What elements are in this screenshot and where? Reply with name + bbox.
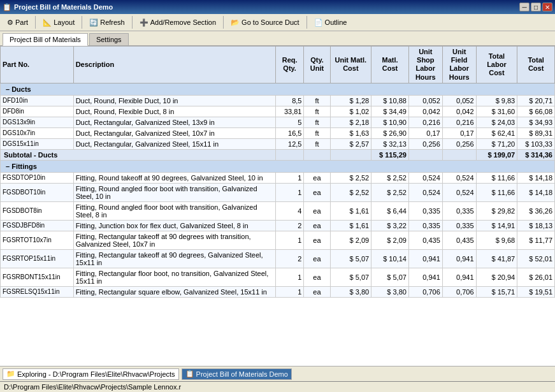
- tabs-bar: Project Bill of Materials Settings: [0, 31, 555, 46]
- path-bar: D:\Program Files\Elite\Rhvacw\Projects\S…: [0, 381, 555, 392]
- part-button[interactable]: ⚙ Part: [3, 17, 32, 29]
- cell-unit: ft: [304, 95, 330, 106]
- section-header-label: – Fittings: [1, 160, 555, 172]
- col-total-labor-cost: Total Labor Cost: [476, 47, 517, 83]
- cell-unit-field: 0,706: [442, 286, 476, 297]
- cell-req-qty: 1: [275, 268, 304, 286]
- layout-button[interactable]: 📐 Layout: [38, 17, 79, 29]
- cell-unit-matl-cost: $ 2,52: [330, 172, 371, 183]
- cell-matl-cost: $ 10,88: [371, 95, 409, 106]
- table-row: FGSDBOT10in Fitting, Round angled floor …: [1, 183, 555, 201]
- subtotal-matl-cost: $ 115,29: [371, 149, 409, 160]
- cell-unit-matl-cost: $ 2,18: [330, 117, 371, 127]
- cell-part-no: DFD8in: [1, 106, 74, 117]
- cell-req-qty: 2: [275, 220, 304, 231]
- cell-total-cost: $ 26,01: [517, 268, 555, 286]
- cell-total-cost: $ 66,08: [517, 106, 555, 117]
- minimize-btn[interactable]: ─: [519, 3, 530, 11]
- table-row: FGSDJBFD8in Fitting, Junction box for fl…: [1, 220, 555, 231]
- cell-req-qty: 4: [275, 201, 304, 220]
- cell-req-qty: 1: [275, 231, 304, 249]
- cell-part-no: DGS13x9in: [1, 117, 74, 127]
- cell-unit-matl-cost: $ 1,63: [330, 127, 371, 138]
- cell-description: Fitting, Rectangular takeoff at 90 degre…: [73, 231, 275, 249]
- cell-unit: ea: [304, 220, 330, 231]
- col-qty-unit: Qty. Unit: [304, 47, 330, 83]
- cell-unit-shop: 0,335: [408, 220, 442, 231]
- cell-part-no: FGSDBOT8in: [1, 201, 74, 220]
- cell-part-no: DGS10x7in: [1, 127, 74, 138]
- toolbar-separator-4: [223, 16, 224, 29]
- cell-part-no: FGSRBONT15x11in: [1, 268, 74, 286]
- table-row: FGSDTOP10in Fitting, Round takeoff at 90…: [1, 172, 555, 183]
- layout-icon: 📐: [43, 18, 52, 27]
- explorer-status: 📁 Exploring - D:\Program Files\Elite\Rhv…: [3, 368, 179, 380]
- cell-unit-shop: 0,17: [408, 127, 442, 138]
- cell-req-qty: 33,81: [275, 106, 304, 117]
- cell-total-cost: $ 52,01: [517, 249, 555, 268]
- section-header-label: – Ducts: [1, 83, 555, 95]
- cell-unit-field: 0,941: [442, 268, 476, 286]
- close-btn[interactable]: ✕: [542, 3, 552, 11]
- title-bar: 📋 Project Bill of Materials Demo ─ □ ✕: [0, 0, 555, 14]
- cell-req-qty: 1: [275, 172, 304, 183]
- cell-total-cost: $ 34,93: [517, 117, 555, 127]
- cell-unit-matl-cost: $ 3,80: [330, 286, 371, 297]
- cell-part-no: FGSDTOP10in: [1, 172, 74, 183]
- cell-description: Fitting, Rectangular square elbow, Galva…: [73, 286, 275, 297]
- cell-matl-cost: $ 10,14: [371, 249, 409, 268]
- cell-unit-shop: 0,256: [408, 138, 442, 149]
- cell-unit: ft: [304, 138, 330, 149]
- subtotal-row: Subtotal - Ducts $ 115,29 $ 199,07 $ 314…: [1, 149, 555, 160]
- table-row: DGS13x9in Duct, Rectangular, Galvanized …: [1, 117, 555, 127]
- cell-unit-field: 0,435: [442, 231, 476, 249]
- cell-description: Fitting, Rectangular takeoff at 90 degre…: [73, 249, 275, 268]
- cell-matl-cost: $ 2,52: [371, 172, 409, 183]
- table-row: FGSDBOT8in Fitting, Round angled floor b…: [1, 201, 555, 220]
- cell-matl-cost: $ 10,90: [371, 117, 409, 127]
- cell-description: Duct, Round, Flexible Duct, 8 in: [73, 106, 275, 117]
- explorer-icon: 📁: [6, 370, 15, 378]
- subtotal-label: Subtotal - Ducts: [1, 149, 276, 160]
- cell-description: Duct, Round, Flexible Duct, 10 in: [73, 95, 275, 106]
- cell-total-cost: $ 18,13: [517, 220, 555, 231]
- cell-part-no: FGSRTOT10x7in: [1, 231, 74, 249]
- cell-unit-field: 0,17: [442, 127, 476, 138]
- section-header-row: – Fittings: [1, 160, 555, 172]
- cell-unit-shop: 0,706: [408, 286, 442, 297]
- cell-matl-cost: $ 2,52: [371, 183, 409, 201]
- maximize-btn[interactable]: □: [531, 3, 541, 11]
- cell-total-cost: $ 14,18: [517, 183, 555, 201]
- cell-unit-field: 0,524: [442, 183, 476, 201]
- cell-unit-field: 0,216: [442, 117, 476, 127]
- cell-total-labor: $ 29,82: [476, 201, 517, 220]
- cell-unit: ea: [304, 183, 330, 201]
- window-controls: ─ □ ✕: [519, 3, 552, 11]
- table-wrapper[interactable]: Part No. Description Req. Qty. Qty. Unit…: [0, 46, 555, 366]
- cell-unit-shop: 0,335: [408, 201, 442, 220]
- outline-button[interactable]: 📄 Outline: [310, 17, 352, 29]
- cell-unit: ft: [304, 106, 330, 117]
- cell-unit-shop: 0,524: [408, 172, 442, 183]
- main-content: Part No. Description Req. Qty. Qty. Unit…: [0, 46, 555, 366]
- col-req-qty: Req. Qty.: [275, 47, 304, 83]
- cell-description: Duct, Rectangular, Galvanized Steel, 13x…: [73, 117, 275, 127]
- active-tab-status[interactable]: 📋 Project Bill of Materials Demo: [182, 368, 292, 380]
- cell-description: Fitting, Round angled floor boot with tr…: [73, 183, 275, 201]
- add-remove-button[interactable]: ➕ Add/Remove Section: [135, 17, 220, 29]
- cell-unit: ea: [304, 249, 330, 268]
- cell-unit-field: 0,524: [442, 172, 476, 183]
- goto-source-button[interactable]: 📂 Go to Source Duct: [226, 17, 304, 29]
- refresh-button[interactable]: 🔄 Refresh: [85, 17, 129, 29]
- tab-settings[interactable]: Settings: [89, 33, 129, 45]
- table-row: FGSRTOT10x7in Fitting, Rectangular takeo…: [1, 231, 555, 249]
- cell-unit-shop: 0,052: [408, 95, 442, 106]
- goto-source-icon: 📂: [231, 18, 240, 27]
- cell-total-labor: $ 62,41: [476, 127, 517, 138]
- table-row: FGSRELSQ15x11in Fitting, Rectangular squ…: [1, 286, 555, 297]
- table-row: DFD8in Duct, Round, Flexible Duct, 8 in …: [1, 106, 555, 117]
- col-unit-matl-cost: Unit Matl. Cost: [330, 47, 371, 83]
- tab-bom[interactable]: Project Bill of Materials: [3, 33, 88, 46]
- cell-matl-cost: $ 5,07: [371, 268, 409, 286]
- cell-total-cost: $ 89,31: [517, 127, 555, 138]
